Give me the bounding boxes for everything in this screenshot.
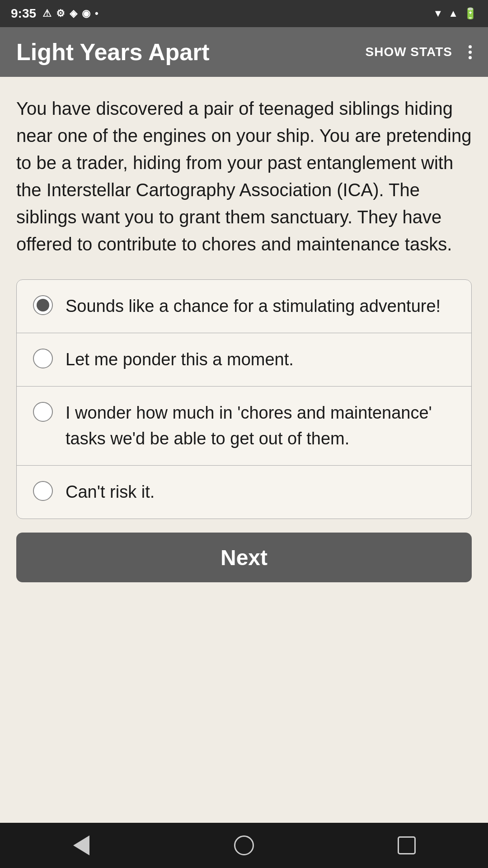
back-arrow-icon <box>73 835 89 855</box>
next-button[interactable]: Next <box>16 533 472 582</box>
radio-selected-1 <box>37 299 49 311</box>
status-bar: 9:35 ⚠ ⚙ ◈ ◉ • ▼ ▲ 🔋 <box>0 0 488 27</box>
radio-button-3 <box>33 402 53 422</box>
nav-home-button[interactable] <box>230 832 258 859</box>
circle-icon: ◉ <box>82 8 90 19</box>
battery-icon: 🔋 <box>464 7 477 20</box>
shield-icon: ◈ <box>70 8 77 19</box>
option-text-2: Let me ponder this a moment. <box>66 347 455 373</box>
gear-icon: ⚙ <box>56 8 65 19</box>
option-item-1[interactable]: Sounds like a chance for a stimulating a… <box>17 280 471 333</box>
option-text-3: I wonder how much in 'chores and mainten… <box>66 400 455 452</box>
radio-button-1 <box>33 295 53 315</box>
radio-button-2 <box>33 349 53 368</box>
nav-recents-button[interactable] <box>393 832 420 859</box>
wifi-icon: ▼ <box>433 8 443 19</box>
content-area: You have discovered a pair of teenaged s… <box>0 77 488 823</box>
options-container: Sounds like a chance for a stimulating a… <box>16 279 472 519</box>
radio-button-4 <box>33 481 53 501</box>
app-bar: Light Years Apart SHOW STATS <box>0 27 488 77</box>
app-bar-actions: SHOW STATS <box>365 45 472 59</box>
recents-square-icon <box>398 836 416 854</box>
story-text: You have discovered a pair of teenaged s… <box>16 95 472 258</box>
option-item-3[interactable]: I wonder how much in 'chores and mainten… <box>17 387 471 466</box>
alert-triangle-icon: ⚠ <box>42 8 52 19</box>
bottom-nav <box>0 823 488 868</box>
dot-icon: • <box>95 8 99 19</box>
more-options-icon[interactable] <box>469 45 472 59</box>
status-time: 9:35 <box>11 6 36 21</box>
option-text-4: Can't risk it. <box>66 479 455 505</box>
option-item-4[interactable]: Can't risk it. <box>17 466 471 519</box>
show-stats-button[interactable]: SHOW STATS <box>365 45 452 59</box>
option-text-1: Sounds like a chance for a stimulating a… <box>66 293 455 319</box>
signal-icon: ▲ <box>448 8 458 19</box>
home-circle-icon <box>234 835 254 855</box>
option-item-2[interactable]: Let me ponder this a moment. <box>17 333 471 387</box>
nav-back-button[interactable] <box>68 832 95 859</box>
app-title: Light Years Apart <box>16 38 210 66</box>
